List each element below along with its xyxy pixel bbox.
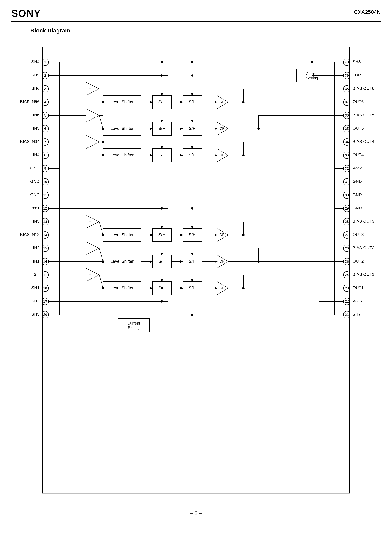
svg-text:SH7: SH7 — [353, 312, 361, 317]
svg-text:DR: DR — [220, 286, 225, 290]
svg-text:23: 23 — [345, 286, 349, 290]
svg-text:BIAS OUT1: BIAS OUT1 — [353, 272, 374, 277]
svg-text:IN5: IN5 — [33, 126, 39, 131]
svg-text:40: 40 — [345, 60, 349, 64]
svg-text:IN1: IN1 — [33, 259, 39, 263]
svg-rect-0 — [42, 47, 350, 493]
svg-text:Level Shifter: Level Shifter — [110, 285, 134, 290]
svg-text:26: 26 — [345, 246, 349, 250]
svg-text:Level Shifter: Level Shifter — [110, 153, 134, 157]
svg-text:SH5: SH5 — [31, 73, 39, 77]
svg-text:–: – — [89, 219, 91, 223]
block-diagram-container: SH4 1 SH5 2 SH6 3 BIAS IN56 4 IN6 5 — [16, 41, 376, 506]
svg-text:OUT1: OUT1 — [353, 285, 364, 290]
svg-point-339 — [161, 287, 163, 289]
svg-text:S/H: S/H — [159, 126, 166, 131]
svg-text:SH4: SH4 — [31, 59, 39, 64]
svg-text:BIAS OUT2: BIAS OUT2 — [353, 245, 374, 250]
svg-text:OUT4: OUT4 — [353, 153, 364, 157]
svg-text:3: 3 — [44, 87, 46, 91]
svg-text:GND: GND — [353, 205, 362, 210]
svg-text:OUT3: OUT3 — [353, 232, 364, 237]
svg-text:BIAS IN12: BIAS IN12 — [20, 232, 39, 237]
svg-text:GND: GND — [30, 192, 39, 197]
svg-text:DR: DR — [220, 233, 225, 237]
svg-text:29: 29 — [345, 206, 349, 210]
part-number: CXA2504N — [354, 7, 381, 15]
svg-text:8: 8 — [44, 153, 46, 157]
svg-text:Level Shifter: Level Shifter — [110, 232, 134, 237]
svg-text:18: 18 — [43, 286, 47, 290]
svg-text:Level Shifter: Level Shifter — [110, 259, 134, 264]
svg-text:DR: DR — [220, 127, 225, 130]
svg-text:2: 2 — [44, 74, 46, 77]
svg-text:30: 30 — [345, 193, 349, 197]
svg-line-318 — [99, 275, 103, 288]
svg-text:9: 9 — [44, 167, 46, 170]
header: SONY CXA2504N — [11, 7, 381, 22]
svg-text:OUT2: OUT2 — [353, 259, 364, 263]
svg-text:S/H: S/H — [189, 126, 196, 131]
svg-text:S/H: S/H — [189, 285, 196, 290]
svg-text:SH2: SH2 — [31, 299, 39, 303]
svg-text:Current: Current — [306, 72, 319, 76]
svg-text:S/H: S/H — [159, 153, 166, 157]
svg-text:14: 14 — [43, 233, 47, 237]
svg-text:OUT6: OUT6 — [353, 99, 364, 104]
svg-text:39: 39 — [345, 74, 349, 77]
svg-text:BIAS IN56: BIAS IN56 — [20, 99, 39, 104]
svg-point-360 — [102, 260, 104, 263]
page-number: – 2 – — [190, 510, 202, 516]
svg-text:S/H: S/H — [159, 232, 166, 237]
svg-text:33: 33 — [345, 153, 349, 157]
svg-text:Level Shifter: Level Shifter — [110, 126, 134, 131]
svg-text:SH6: SH6 — [31, 86, 39, 91]
svg-text:7: 7 — [44, 140, 46, 144]
svg-text:31: 31 — [345, 180, 349, 184]
svg-text:–: – — [89, 139, 91, 144]
svg-text:GND: GND — [30, 179, 39, 184]
svg-text:25: 25 — [345, 260, 349, 263]
svg-text:37: 37 — [345, 100, 349, 104]
svg-text:19: 19 — [43, 299, 47, 303]
block-diagram-svg: SH4 1 SH5 2 SH6 3 BIAS IN56 4 IN6 5 — [16, 41, 376, 506]
svg-text:22: 22 — [345, 299, 349, 303]
svg-text:GND: GND — [353, 179, 362, 184]
svg-text:GND: GND — [353, 192, 362, 197]
svg-text:–: – — [89, 86, 91, 91]
svg-text:SH1: SH1 — [31, 285, 39, 290]
svg-text:+: + — [89, 113, 91, 117]
svg-text:28: 28 — [345, 220, 349, 224]
svg-text:DR: DR — [220, 259, 225, 263]
svg-text:+: + — [89, 246, 91, 250]
svg-text:S/H: S/H — [189, 153, 196, 157]
svg-text:34: 34 — [345, 140, 349, 144]
svg-text:17: 17 — [43, 273, 47, 277]
sony-logo: SONY — [11, 7, 41, 19]
svg-marker-245 — [86, 215, 99, 228]
svg-text:24: 24 — [345, 273, 349, 277]
svg-text:Level Shifter: Level Shifter — [110, 99, 134, 104]
svg-text:13: 13 — [43, 220, 47, 224]
svg-text:5: 5 — [44, 114, 46, 117]
svg-text:OUT5: OUT5 — [353, 126, 364, 131]
svg-text:Vcc1: Vcc1 — [30, 205, 39, 210]
svg-text:BIAS OUT6: BIAS OUT6 — [353, 86, 374, 91]
svg-text:BIAS OUT4: BIAS OUT4 — [353, 139, 374, 144]
page: SONY CXA2504N Block Diagram SH4 1 — [0, 0, 392, 555]
svg-point-349 — [102, 154, 104, 156]
page-footer: – 2 – — [11, 510, 381, 516]
svg-text:BIAS OUT3: BIAS OUT3 — [353, 219, 374, 224]
svg-text:Setting: Setting — [128, 326, 140, 330]
svg-text:6: 6 — [44, 127, 46, 131]
svg-text:36: 36 — [345, 114, 349, 117]
svg-marker-247 — [86, 242, 99, 255]
svg-text:15: 15 — [43, 246, 47, 250]
svg-text:SH8: SH8 — [353, 59, 361, 64]
svg-text:1: 1 — [44, 60, 46, 64]
svg-line-311 — [99, 222, 103, 235]
svg-text:IN2: IN2 — [33, 245, 39, 250]
svg-text:Current: Current — [128, 321, 140, 325]
svg-text:12: 12 — [43, 206, 47, 210]
svg-text:DR: DR — [220, 100, 225, 104]
